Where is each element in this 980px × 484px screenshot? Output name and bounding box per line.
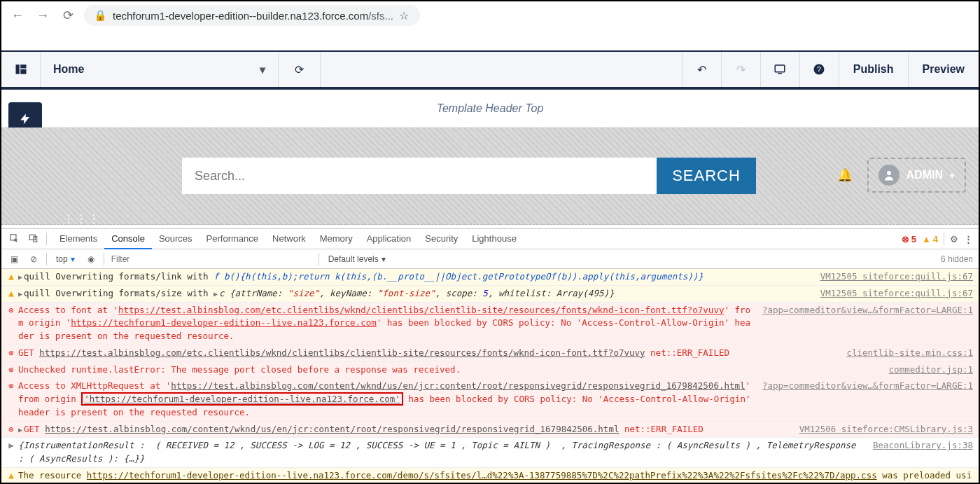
layout-icon[interactable] (1, 52, 41, 87)
refresh-page-icon[interactable]: ⟳ (279, 52, 321, 87)
drag-handle-icon[interactable]: ⋮⋮⋮ (63, 212, 101, 226)
devtools-tab-network[interactable]: Network (265, 228, 313, 249)
chevron-down-icon: ▾ (950, 170, 955, 181)
search-placeholder: Search... (195, 169, 245, 184)
template-header-region[interactable]: Search... SEARCH 🔔 ADMIN ▾ ⋮⋮⋮ (1, 127, 979, 225)
console-row: ▶{InstrumentationResult : ( RECEIVED = 1… (1, 438, 979, 468)
console-source-link[interactable]: VM12505 siteforce:quill.js:67 (813, 287, 973, 300)
devtools-settings-icon[interactable]: ⚙ (950, 234, 958, 244)
svg-rect-0 (15, 64, 19, 74)
help-icon[interactable]: ? (800, 52, 839, 87)
undo-icon[interactable]: ↶ (682, 52, 722, 87)
svg-rect-3 (775, 65, 785, 72)
svg-rect-1 (20, 64, 26, 68)
clear-console-icon[interactable]: ⊘ (27, 254, 41, 264)
devtools-tab-performance[interactable]: Performance (200, 228, 265, 249)
devtools-tab-lighthouse[interactable]: Lighthouse (465, 228, 524, 249)
preview-button[interactable]: Preview (909, 52, 979, 87)
devtools-tabbar: ElementsConsoleSourcesPerformanceNetwork… (1, 228, 979, 249)
console-row: ▲▶quill Overwriting formats/link with f … (1, 269, 979, 286)
desktop-view-icon[interactable] (761, 52, 800, 87)
console-sidebar-toggle-icon[interactable]: ▣ (7, 254, 21, 264)
live-expression-icon[interactable]: ◉ (84, 254, 98, 264)
builder-canvas: Template Header Top Search... SEARCH 🔔 A… (1, 90, 979, 228)
user-menu[interactable]: ADMIN ▾ (867, 158, 966, 193)
svg-text:?: ? (817, 65, 821, 74)
bookmark-star-icon[interactable]: ☆ (399, 9, 409, 22)
hidden-count: 6 hidden (941, 254, 973, 264)
devtools-menu-icon[interactable]: ⋮ (964, 234, 973, 244)
devtools-tab-sources[interactable]: Sources (152, 228, 200, 249)
svg-rect-4 (778, 73, 782, 74)
reload-icon[interactable]: ⟳ (59, 8, 77, 23)
browser-chrome: ← → ⟳ 🔒 techforum1-developer-edition--bu… (1, 1, 979, 29)
error-count[interactable]: ⊗5 (902, 234, 916, 244)
devtools-tab-memory[interactable]: Memory (313, 228, 360, 249)
console-row: ▲The resource https://techforum1-develop… (1, 468, 979, 484)
forward-icon[interactable]: → (34, 8, 52, 23)
console-source-link[interactable]: ?app=commeditor&view…&formFactor=LARGE:1 (755, 304, 973, 343)
console-source-link[interactable]: VM12506 siteforce:CMSLibrary.js:3 (792, 423, 973, 436)
search-input[interactable]: Search... (182, 158, 657, 194)
console-source-link[interactable]: VM12505 siteforce:quill.js:67 (813, 270, 973, 284)
url-path: /sfs... (368, 10, 393, 22)
svg-rect-2 (20, 69, 26, 74)
console-row: ⊗GET https://test.albinsblog.com/etc.cli… (1, 345, 979, 362)
svg-point-7 (887, 171, 891, 175)
search-group: Search... SEARCH (182, 158, 756, 194)
devtools-tab-console[interactable]: Console (104, 228, 152, 249)
log-level-selector[interactable]: Default levels ▾ (325, 254, 389, 265)
publish-button[interactable]: Publish (839, 52, 909, 87)
console-source-link[interactable]: commeditor.jsp:1 (882, 364, 973, 377)
notification-bell-icon[interactable]: 🔔 (837, 167, 853, 183)
lock-icon: 🔒 (94, 9, 107, 22)
svg-rect-9 (29, 235, 35, 240)
console-row: ⊗Unchecked runtime.lastError: The messag… (1, 362, 979, 379)
console-source-link[interactable]: ?app=commeditor&view…&formFactor=LARGE:1 (755, 380, 973, 419)
console-output[interactable]: ▲▶quill Overwriting formats/link with f … (1, 269, 979, 484)
user-menu-label: ADMIN (906, 169, 943, 181)
console-row: ⊗Access to font at 'https://test.albinsb… (1, 303, 979, 345)
chevron-down-icon: ▾ (260, 63, 265, 76)
console-source-link[interactable]: BeaconLibrary.js:38 (866, 439, 973, 466)
address-bar[interactable]: 🔒 techforum1-developer-edition--builder.… (84, 5, 420, 26)
console-source-link[interactable]: clientlib-site.min.css:1 (839, 347, 973, 360)
console-row: ⊗Access to XMLHttpRequest at 'https://te… (1, 378, 979, 421)
page-selector[interactable]: Home ▾ (41, 52, 279, 87)
devtools-tab-security[interactable]: Security (418, 228, 465, 249)
template-header-label: Template Header Top (1, 90, 979, 127)
builder-toolbar: Home ▾ ⟳ ↶ ↷ ? Publish Preview (1, 50, 979, 90)
console-row: ▲▶quill Overwriting formats/size with ▶c… (1, 286, 979, 303)
devtools-tab-elements[interactable]: Elements (52, 228, 104, 249)
avatar-icon (878, 165, 899, 186)
console-filter-input[interactable] (110, 254, 313, 265)
device-toggle-icon[interactable] (27, 233, 41, 245)
redo-icon[interactable]: ↷ (722, 52, 761, 87)
context-selector[interactable]: top ▾ (52, 254, 78, 265)
console-row: ⊗▶GET https://test.albinsblog.com/conten… (1, 422, 979, 438)
search-button[interactable]: SEARCH (657, 158, 756, 194)
chevron-down-icon: ▾ (71, 254, 75, 264)
devtools-tab-application[interactable]: Application (360, 228, 419, 249)
url-host: techforum1-developer-edition--builder.na… (113, 10, 368, 22)
back-icon[interactable]: ← (8, 8, 27, 23)
page-selector-label: Home (53, 63, 84, 76)
inspect-element-icon[interactable] (7, 233, 21, 245)
warning-count[interactable]: ▲4 (922, 234, 938, 244)
chevron-down-icon: ▾ (382, 254, 386, 264)
console-filter-bar: ▣ ⊘ top ▾ ◉ Default levels ▾ 6 hidden (1, 249, 979, 269)
